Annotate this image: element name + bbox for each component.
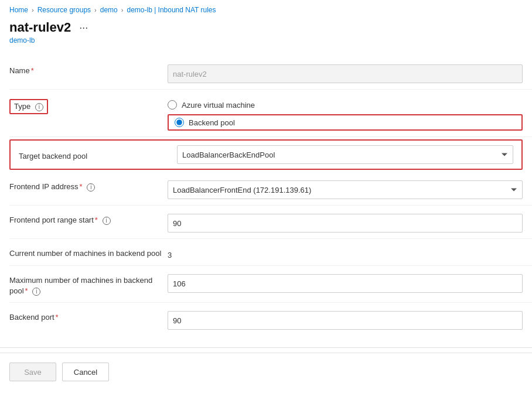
name-input[interactable] (168, 64, 523, 83)
max-machines-label: Maximum number of machines in backend po… (9, 272, 168, 296)
frontend-port-required: * (95, 216, 98, 224)
type-backend-pool-label: Backend pool (189, 118, 235, 127)
backend-port-required: * (56, 313, 59, 322)
target-backend-pool-row: Target backend pool LoadBalancerBackEndP… (11, 141, 521, 169)
target-backend-pool-select-wrapper: LoadBalancerBackEndPool (177, 145, 513, 164)
breadcrumb-demo[interactable]: demo (100, 6, 118, 14)
frontend-ip-control: LoadBalancerFrontEnd (172.191.139.61) (168, 178, 523, 199)
current-machines-value: 3 (168, 247, 523, 259)
type-label: Type (14, 102, 30, 111)
ellipsis-button[interactable]: ··· (77, 22, 90, 34)
frontend-ip-select[interactable]: LoadBalancerFrontEnd (172.191.139.61) (168, 180, 523, 199)
target-backend-pool-label: Target backend pool (19, 148, 177, 162)
name-label: Name* (9, 62, 168, 76)
max-machines-row: Maximum number of machines in backend po… (9, 266, 532, 303)
form-container: Name* Type i Azure virtual machine (0, 52, 532, 345)
name-row: Name* (9, 56, 532, 90)
breadcrumb-sep-3: › (121, 6, 124, 13)
footer-divider (0, 347, 532, 348)
frontend-ip-select-wrapper: LoadBalancerFrontEnd (172.191.139.61) (168, 180, 523, 199)
target-backend-pool-control: LoadBalancerBackEndPool (177, 145, 513, 164)
current-machines-row: Current number of machines in backend po… (9, 239, 532, 266)
max-machines-input[interactable] (168, 274, 523, 293)
backend-port-input[interactable] (168, 311, 523, 330)
type-option-vm[interactable]: Azure virtual machine (168, 100, 523, 110)
breadcrumb-demo-lb[interactable]: demo-lb | Inbound NAT rules (127, 6, 216, 14)
type-option-backend-pool-wrapper: Backend pool (168, 114, 523, 131)
type-row: Type i Azure virtual machine Backend poo… (9, 90, 532, 137)
max-machines-control (168, 272, 523, 293)
cancel-button[interactable]: Cancel (62, 363, 109, 381)
page-title: nat-rulev2 (9, 20, 71, 35)
name-required: * (31, 66, 34, 75)
frontend-port-control (168, 211, 523, 233)
type-control-area: Azure virtual machine Backend pool (168, 95, 523, 131)
max-machines-required: * (25, 286, 28, 295)
frontend-ip-label: Frontend IP address* i (9, 178, 168, 192)
name-control-area (168, 62, 523, 83)
frontend-port-label: Frontend port range start* i (9, 211, 168, 225)
type-radio-backend-pool[interactable] (175, 118, 184, 127)
frontend-port-row: Frontend port range start* i (9, 206, 532, 239)
backend-port-control (168, 309, 523, 330)
type-vm-label: Azure virtual machine (182, 101, 255, 110)
target-backend-pool-select[interactable]: LoadBalancerBackEndPool (177, 145, 513, 164)
save-button[interactable]: Save (9, 363, 56, 381)
type-option-backend-pool[interactable]: Backend pool (175, 118, 235, 127)
breadcrumb-sep-2: › (94, 6, 97, 13)
max-machines-info-icon[interactable]: i (32, 288, 40, 296)
page-header: nat-rulev2 ··· demo-lb (0, 18, 532, 52)
type-label-container: Type i (9, 95, 168, 114)
page-subtitle: demo-lb (9, 36, 523, 45)
backend-port-label: Backend port* (9, 309, 168, 323)
type-info-icon[interactable]: i (35, 103, 43, 111)
current-machines-control: 3 (168, 245, 523, 259)
target-backend-pool-row-highlight: Target backend pool LoadBalancerBackEndP… (9, 139, 523, 170)
breadcrumb: Home › Resource groups › demo › demo-lb … (0, 0, 532, 18)
frontend-port-input[interactable] (168, 214, 523, 233)
breadcrumb-sep-1: › (32, 6, 34, 13)
breadcrumb-home[interactable]: Home (9, 6, 28, 14)
frontend-ip-row: Frontend IP address* i LoadBalancerFront… (9, 172, 532, 206)
footer-buttons: Save Cancel (0, 353, 532, 391)
backend-port-row: Backend port* (9, 303, 532, 336)
frontend-port-info-icon[interactable]: i (103, 217, 111, 225)
breadcrumb-resource-groups[interactable]: Resource groups (37, 6, 91, 14)
current-machines-label: Current number of machines in backend po… (9, 245, 168, 259)
type-radio-group: Azure virtual machine Backend pool (168, 98, 523, 131)
type-radio-vm[interactable] (168, 100, 177, 110)
frontend-ip-required: * (80, 182, 83, 191)
frontend-ip-info-icon[interactable]: i (87, 183, 95, 192)
